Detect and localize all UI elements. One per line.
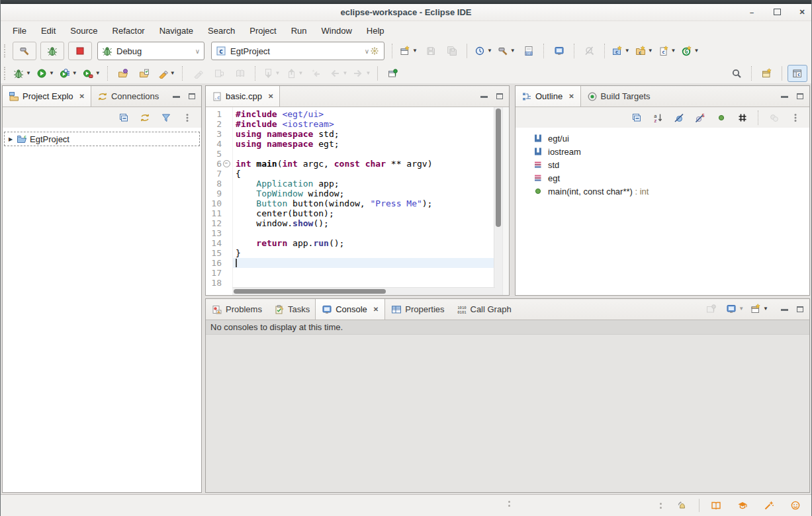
outline-item[interactable]: std [516, 158, 809, 171]
hammer-button[interactable] [13, 42, 36, 60]
minimize-view-button[interactable] [778, 89, 791, 103]
run-button[interactable]: ▼ [34, 65, 56, 82]
link-editor-button[interactable] [136, 110, 154, 126]
monitor-button[interactable] [549, 42, 569, 60]
bug-button[interactable] [40, 42, 64, 60]
minimize-view-button[interactable] [477, 89, 490, 103]
egtproject-combo[interactable]: cEgtProject∨ [211, 42, 384, 60]
fold-column[interactable]: − [222, 160, 231, 167]
minimize-view-button[interactable] [169, 89, 183, 103]
minimize-view-button[interactable] [778, 302, 791, 316]
view-menu-button[interactable] [786, 110, 805, 126]
new-c-file-button[interactable]: c▼ [656, 42, 678, 60]
menu-refactor[interactable]: Refactor [105, 24, 152, 38]
sort-az-button[interactable]: az [649, 110, 667, 126]
open-perspective-button[interactable] [757, 65, 777, 82]
code-line-13[interactable] [233, 228, 494, 238]
new-c-project-button[interactable]: c▼ [610, 42, 632, 60]
toolbar-grip[interactable] [4, 44, 8, 58]
debug-combo[interactable]: Debug∨ [97, 42, 204, 60]
samples-wand-button[interactable] [760, 497, 778, 513]
menu-run[interactable]: Run [284, 24, 314, 38]
close-tab-icon[interactable]: ✕ [268, 93, 273, 100]
editor-horizontal-scrollbar[interactable] [232, 287, 495, 295]
new-wizard-button[interactable]: ▼ [398, 42, 420, 60]
code-editor[interactable]: 123456−789101112131415161718 #include <e… [206, 107, 509, 295]
stop-button[interactable] [68, 42, 92, 60]
marker-pen-button[interactable]: ▼ [156, 65, 177, 82]
maximize-window-button[interactable] [772, 9, 782, 17]
new-console-button[interactable]: ▼ [748, 300, 770, 318]
c-perspective-button[interactable]: c [788, 65, 807, 82]
maximize-view-button[interactable] [185, 89, 199, 103]
statusbar-sash[interactable] [508, 501, 510, 507]
open-folder-import-button[interactable] [113, 65, 133, 82]
editor-vertical-scrollbar[interactable] [494, 107, 502, 295]
code-line-9[interactable]: TopWindow window; [233, 189, 494, 198]
tab-call-graph[interactable]: 10100101Call Graph [451, 299, 518, 320]
menu-window[interactable]: Window [314, 24, 359, 38]
tab-connections[interactable]: Connections [91, 86, 165, 107]
code-line-12[interactable]: window.show(); [233, 218, 494, 228]
code-line-4[interactable]: using namespace egt; [233, 139, 494, 149]
hide-fields-button[interactable] [670, 110, 688, 126]
hide-nonpublic-button[interactable] [712, 110, 731, 126]
open-folder-tasks-button[interactable] [134, 65, 154, 82]
hammer-button[interactable]: ▼ [496, 42, 518, 60]
search-button[interactable] [727, 65, 746, 82]
close-tab-icon[interactable]: ✕ [79, 93, 85, 100]
new-make-target-button[interactable]: G▼ [680, 42, 701, 60]
maximize-view-button[interactable] [793, 89, 807, 103]
view-menu-button[interactable] [178, 110, 197, 126]
tab-build-targets[interactable]: Build Targets [581, 86, 656, 107]
menu-project[interactable]: Project [242, 24, 283, 38]
code-line-8[interactable]: Application app; [233, 179, 494, 189]
code-line-15[interactable]: } [233, 248, 494, 258]
outline-item[interactable]: egt/ui [516, 132, 809, 145]
clock-button[interactable]: ▼ [473, 42, 494, 60]
run-coverage-button[interactable]: ▼ [58, 65, 79, 82]
menu-search[interactable]: Search [201, 24, 242, 38]
notifications-button[interactable] [673, 497, 692, 513]
tab-console[interactable]: Console✕ [315, 299, 385, 320]
collapse-all-button[interactable] [627, 110, 646, 126]
binary-button[interactable]: 010 [519, 42, 539, 60]
tab-properties[interactable]: Properties [385, 299, 450, 320]
tab-basic-cpp[interactable]: .cbasic.cpp✕ [205, 86, 280, 107]
tab-project-explo[interactable]: Project Explo✕ [2, 86, 91, 107]
run-profile-button[interactable]: ▼ [81, 65, 103, 82]
menu-edit[interactable]: Edit [34, 24, 63, 38]
menu-source[interactable]: Source [63, 24, 105, 38]
tutorials-cap-button[interactable] [733, 497, 752, 513]
tab-problems[interactable]: Problems [206, 299, 268, 320]
expand-arrow-icon[interactable]: ▶ [7, 136, 14, 142]
hide-inactive-button[interactable] [733, 110, 752, 126]
maximize-view-button[interactable] [493, 89, 506, 103]
pin-editor-button[interactable] [383, 65, 403, 82]
filter-button[interactable] [157, 110, 175, 126]
close-window-button[interactable]: ✕ [797, 8, 807, 17]
code-line-6[interactable]: int main(int argc, const char ** argv) [233, 159, 494, 169]
code-line-11[interactable]: center(button); [233, 208, 494, 218]
tab-outline[interactable]: Outline✕ [515, 86, 581, 107]
menu-navigate[interactable]: Navigate [152, 24, 201, 38]
toolbar-grip[interactable] [4, 67, 8, 80]
code-line-16[interactable] [233, 258, 494, 268]
new-c-folder-button[interactable]: c▼ [633, 42, 655, 60]
minimize-window-button[interactable]: – [747, 9, 756, 17]
close-tab-icon[interactable]: ✕ [568, 93, 574, 100]
code-line-5[interactable] [233, 149, 494, 159]
code-line-18[interactable] [233, 278, 494, 288]
editor-text-area[interactable]: #include <egt/ui>#include <iostream>usin… [232, 107, 494, 295]
code-line-1[interactable]: #include <egt/ui> [233, 109, 494, 119]
bug-button[interactable]: ▼ [11, 65, 33, 82]
code-line-10[interactable]: Button button(window, "Press Me"); [233, 198, 494, 208]
code-line-14[interactable]: return app.run(); [233, 238, 494, 248]
code-line-2[interactable]: #include <iostream> [233, 119, 494, 129]
outline-item[interactable]: main(int, const char**) : int [516, 185, 809, 198]
tab-tasks[interactable]: Tasks [268, 299, 316, 320]
menu-file[interactable]: File [5, 24, 34, 38]
code-line-7[interactable]: { [233, 169, 494, 179]
outline-item[interactable]: egt [516, 171, 809, 185]
docs-book-button[interactable] [707, 497, 725, 513]
